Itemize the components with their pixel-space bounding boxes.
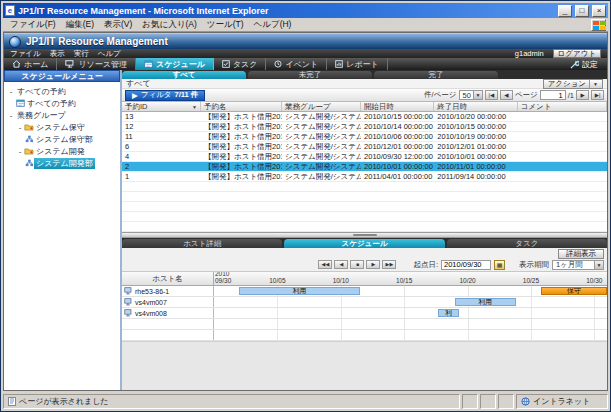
table-row[interactable]: 6【開発】ホスト借用2010/12/01 日...システム開発/システム開発部2… xyxy=(122,142,607,152)
prev-page-button[interactable]: ◀ xyxy=(500,90,513,100)
app-title: JP1/IT Resource Management xyxy=(26,36,168,47)
view-title-row: すべて アクション ▼ xyxy=(122,79,607,89)
host-cell[interactable]: rhe53-86-1 xyxy=(122,286,214,296)
timeline-tick-label: 10/20 xyxy=(459,278,475,285)
report-icon xyxy=(335,60,343,68)
tree-item[interactable]: -システム保守 xyxy=(4,121,120,133)
host-cell[interactable]: vs4vm008 xyxy=(122,308,214,318)
tree-item[interactable]: すべての予約 xyxy=(4,97,120,109)
close-button[interactable]: × xyxy=(592,5,606,17)
tree-item[interactable]: システム保守部 xyxy=(4,133,120,145)
column-header[interactable]: 開始日時 xyxy=(361,102,434,111)
next-page-button[interactable]: ▶ xyxy=(576,90,589,100)
logout-button[interactable]: ログアウト xyxy=(553,49,601,58)
settings-label: 設定 xyxy=(582,59,598,70)
tree-item[interactable]: -システム開発 xyxy=(4,145,120,157)
minimize-button[interactable]: _ xyxy=(558,5,572,17)
settings-button[interactable]: 設定 xyxy=(561,58,607,70)
sort-descending-icon[interactable]: ▼ xyxy=(192,104,197,110)
tree-item[interactable]: システム開発部 xyxy=(4,157,120,169)
app-menu-item[interactable]: 表示 xyxy=(50,49,65,58)
column-header-label: 業務グループ xyxy=(285,102,331,111)
timeline-gridline xyxy=(468,286,469,296)
nav-tab-label: リソース管理 xyxy=(78,59,127,70)
app-menu-item[interactable]: 実行 xyxy=(74,49,89,58)
page-label: ページ xyxy=(515,90,538,100)
app-menu-item[interactable]: ファイル xyxy=(10,49,41,58)
last-page-button[interactable]: ▶| xyxy=(591,90,604,100)
bar-label: 利 xyxy=(445,309,452,317)
cell-group: システム開発/システム開発部 xyxy=(282,152,361,161)
origin-date-input[interactable] xyxy=(441,260,491,270)
use-bar[interactable]: 利用 xyxy=(455,298,516,306)
nav-tab-task[interactable]: タスク xyxy=(214,58,267,70)
timeline-date-label: 10/15 xyxy=(396,278,412,285)
action-menu-button[interactable]: アクション ▼ xyxy=(543,79,603,89)
nav-tab-calendar[interactable]: スケジュール xyxy=(136,58,214,70)
ie-menu-item[interactable]: お気に入り(A) xyxy=(137,19,201,31)
table-row[interactable]: 12【開発】ホスト借用2010/10/14 日...システム開発/システム開発部… xyxy=(122,122,607,132)
detail-tab-2[interactable]: タスク xyxy=(447,239,607,248)
table-row[interactable]: 4【開発】ホスト借用2010/09/30 日...システム開発/システム開発部2… xyxy=(122,152,607,162)
column-header[interactable]: コメント xyxy=(518,102,607,111)
timeline-gridline xyxy=(277,297,278,307)
tree-expander-icon[interactable]: - xyxy=(7,111,15,120)
host-cell[interactable]: vs4vm007 xyxy=(122,297,214,307)
page-number-input[interactable] xyxy=(540,90,566,100)
cell-start: 2011/04/01 00:00:00 xyxy=(361,172,434,181)
calendar-picker-icon[interactable]: ▦ xyxy=(494,260,505,270)
timeline-nav-button-3[interactable]: ▶ xyxy=(366,260,380,269)
table-row[interactable]: 1【開発】ホスト借用2010/10/01 日...システム開発/システム開発部2… xyxy=(122,172,607,182)
app-menu-item[interactable]: ヘルプ xyxy=(98,49,121,58)
column-header[interactable]: 業務グループ xyxy=(282,102,361,111)
nav-tab-report[interactable]: レポート xyxy=(327,58,388,70)
timeline-nav-buttons: ◀◀◀■▶▶▶ xyxy=(318,260,396,269)
tree-expander-icon[interactable]: - xyxy=(16,147,24,156)
ie-menu-item[interactable]: 編集(E) xyxy=(61,19,99,31)
filter-button[interactable]: ▶ フィルタ 7/11 件 xyxy=(125,90,205,101)
cell-id: 11 xyxy=(122,132,201,141)
use-bar[interactable]: 利用 xyxy=(239,287,359,295)
detail-tab-1[interactable]: スケジュール xyxy=(284,239,444,248)
table-row[interactable]: 11【開発】ホスト借用2010/10/06 日...システム開発/システム開発部… xyxy=(122,132,607,142)
first-page-button[interactable]: |◀ xyxy=(485,90,498,100)
period-select[interactable]: 1ヶ月間 ▼ xyxy=(552,260,604,270)
timeline-date-label: 09/30 xyxy=(215,278,231,285)
app-menubar: ファイル表示実行ヘルプ g1admin ログアウト xyxy=(4,49,607,58)
window-titlebar[interactable]: e JP1/IT Resource Management - Microsoft… xyxy=(3,3,608,18)
detail-view-button[interactable]: 詳細表示 xyxy=(558,249,604,259)
table-row[interactable]: 2【開発】ホスト借用2010/10/01 日...システム開発/システム開発部2… xyxy=(122,162,607,172)
tree-item[interactable]: -業務グループ xyxy=(4,109,120,121)
tree-item[interactable]: -すべての予約 xyxy=(4,85,120,97)
timeline-nav-button-1[interactable]: ◀ xyxy=(334,260,348,269)
per-page-select[interactable]: 50 ▼ xyxy=(459,90,483,100)
ie-menu-item[interactable]: ツール(T) xyxy=(202,19,249,31)
restore-button[interactable]: □ xyxy=(575,5,589,17)
folder-icon xyxy=(24,123,34,131)
nav-tab-monitor[interactable]: リソース管理 xyxy=(57,58,136,70)
timeline-gridline xyxy=(341,319,342,329)
timeline-nav-button-4[interactable]: ▶▶ xyxy=(382,260,396,269)
detail-tab-0[interactable]: ホスト詳細 xyxy=(122,239,282,248)
timeline-gridline xyxy=(341,297,342,307)
nav-tab-event[interactable]: イベント xyxy=(266,58,327,70)
timeline-nav-button-2[interactable]: ■ xyxy=(350,260,364,269)
use-bar[interactable]: 利 xyxy=(438,309,458,317)
table-row[interactable]: 13【開発】ホスト借用2010/10/15 日...システム開発/システム開発部… xyxy=(122,112,607,122)
column-header[interactable]: 予約名 xyxy=(201,102,282,111)
tree-expander-icon[interactable]: - xyxy=(7,87,15,96)
tree-expander-icon[interactable]: - xyxy=(16,123,24,132)
column-header[interactable]: 予約ID▼ xyxy=(122,102,201,111)
ie-menu-item[interactable]: 表示(V) xyxy=(99,19,137,31)
cell-name: 【開発】ホスト借用2010/10/14 日... xyxy=(201,122,282,131)
cell-comment xyxy=(518,132,607,141)
timeline-nav-button-0[interactable]: ◀◀ xyxy=(318,260,332,269)
ie-menu-item[interactable]: ヘルプ(H) xyxy=(249,19,297,31)
column-header[interactable]: 終了日時 xyxy=(434,102,517,111)
timeline-tick-label: 10/30 xyxy=(586,278,602,285)
org-icon xyxy=(25,159,34,167)
maintenance-bar[interactable]: 保守 xyxy=(541,287,607,295)
ie-menu-item[interactable]: ファイル(F) xyxy=(5,19,61,31)
timeline-header: 201009/3010/0510/1010/1510/2010/2510/30 xyxy=(214,272,607,285)
nav-tab-home[interactable]: ホーム xyxy=(4,58,57,70)
